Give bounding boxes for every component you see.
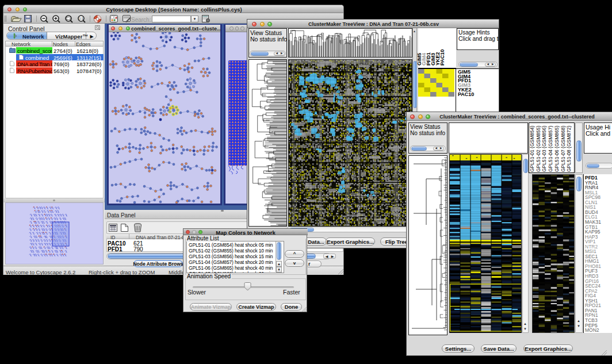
- svg-text:1:1: 1:1: [79, 17, 83, 20]
